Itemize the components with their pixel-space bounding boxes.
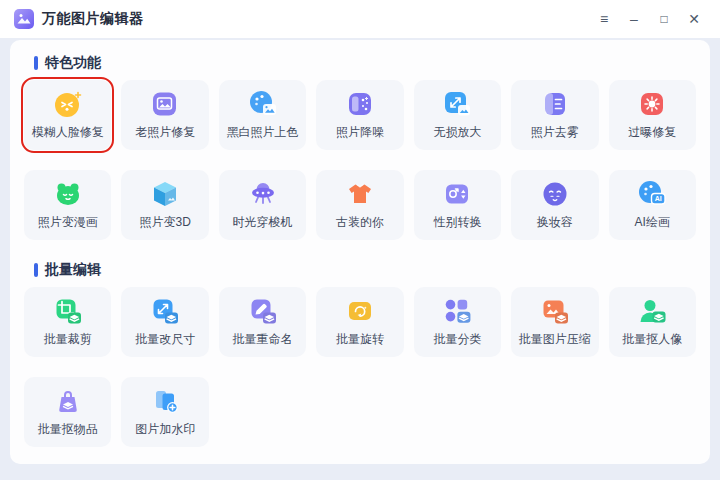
card-label: 批量分类 [433,331,481,348]
rotate-icon [345,296,375,326]
card-label: 模糊人脸修复 [32,124,104,141]
rename-icon [248,296,278,326]
old-photo-icon [150,89,180,119]
card-grid: 模糊人脸修复老照片修复黑白照片上色照片降噪无损放大照片去雾过曝修复照片变漫画照片… [24,80,696,240]
close-icon[interactable]: ✕ [682,7,706,31]
card-blur-face[interactable]: 模糊人脸修复 [24,80,111,150]
card-label: 无损放大 [433,124,481,141]
card-ai-paint[interactable]: AIAI绘画 [609,170,696,240]
card-label: 批量旋转 [336,331,384,348]
card-label: 古装的你 [336,214,384,231]
enlarge-icon [442,89,472,119]
card-compress[interactable]: 批量图片压缩 [511,287,598,357]
card-label: 照片降噪 [336,124,384,141]
section-header: 特色功能 [34,55,696,71]
window-controls: ≡ – □ ✕ [592,7,706,31]
section-header: 批量编辑 [34,262,696,278]
card-crop[interactable]: 批量裁剪 [24,287,111,357]
card-enlarge[interactable]: 无损放大 [414,80,501,150]
card-gender-swap[interactable]: 性别转换 [414,170,501,240]
app-logo-icon [14,9,34,29]
card-denoise[interactable]: 照片降噪 [316,80,403,150]
card-makeup[interactable]: 换妆容 [511,170,598,240]
compress-icon [540,296,570,326]
section-title: 批量编辑 [45,261,101,279]
card-time-machine[interactable]: 时光穿梭机 [219,170,306,240]
main-panel: 特色功能模糊人脸修复老照片修复黑白照片上色照片降噪无损放大照片去雾过曝修复照片变… [10,40,710,464]
section-marker-bar [34,263,38,277]
card-resize[interactable]: 批量改尺寸 [121,287,208,357]
card-label: 批量改尺寸 [135,331,195,348]
object-cutout-icon [53,386,83,416]
minimize-icon[interactable]: – [622,7,646,31]
card-watermark[interactable]: 图片加水印 [121,377,208,447]
card-label: 换妆容 [537,214,573,231]
card-photo-3d[interactable]: 照片变3D [121,170,208,240]
card-grid: 批量裁剪批量改尺寸批量重命名批量旋转批量分类批量图片压缩批量抠人像批量抠物品图片… [24,287,696,447]
card-rename[interactable]: 批量重命名 [219,287,306,357]
watermark-icon [150,386,180,416]
card-label: 批量抠人像 [622,331,682,348]
menu-icon[interactable]: ≡ [592,7,616,31]
card-label: 批量重命名 [233,331,293,348]
portrait-cutout-icon [637,296,667,326]
titlebar: 万能图片编辑器 ≡ – □ ✕ [0,0,720,38]
cartoon-icon [53,179,83,209]
card-colorize[interactable]: 黑白照片上色 [219,80,306,150]
resize-icon [150,296,180,326]
makeup-icon [540,179,570,209]
card-label: 批量裁剪 [44,331,92,348]
gender-swap-icon [442,179,472,209]
card-portrait-cutout[interactable]: 批量抠人像 [609,287,696,357]
card-rotate[interactable]: 批量旋转 [316,287,403,357]
card-label: 图片加水印 [135,421,195,438]
crop-icon [53,296,83,326]
dehaze-icon [540,89,570,119]
card-classify[interactable]: 批量分类 [414,287,501,357]
card-label: 照片变3D [139,214,190,231]
blur-face-icon [53,89,83,119]
card-overexposure[interactable]: 过曝修复 [609,80,696,150]
card-label: 照片变漫画 [38,214,98,231]
ai-paint-icon: AI [637,179,667,209]
svg-text:AI: AI [655,195,662,202]
card-label: 批量抠物品 [38,421,98,438]
card-object-cutout[interactable]: 批量抠物品 [24,377,111,447]
card-label: 时光穿梭机 [233,214,293,231]
card-label: 照片去雾 [531,124,579,141]
card-label: 批量图片压缩 [519,331,591,348]
card-label: AI绘画 [635,214,670,231]
section-marker-bar [34,56,38,70]
card-costume[interactable]: 古装的你 [316,170,403,240]
card-dehaze[interactable]: 照片去雾 [511,80,598,150]
time-machine-icon [248,179,278,209]
card-label: 性别转换 [433,214,481,231]
card-label: 黑白照片上色 [227,124,299,141]
photo-3d-icon [150,179,180,209]
classify-icon [442,296,472,326]
colorize-icon [248,89,278,119]
denoise-icon [345,89,375,119]
costume-icon [345,179,375,209]
card-old-photo[interactable]: 老照片修复 [121,80,208,150]
app-title: 万能图片编辑器 [42,10,144,28]
card-label: 老照片修复 [135,124,195,141]
overexposure-icon [637,89,667,119]
maximize-icon[interactable]: □ [652,7,676,31]
card-label: 过曝修复 [628,124,676,141]
section-title: 特色功能 [45,54,101,72]
card-cartoon[interactable]: 照片变漫画 [24,170,111,240]
